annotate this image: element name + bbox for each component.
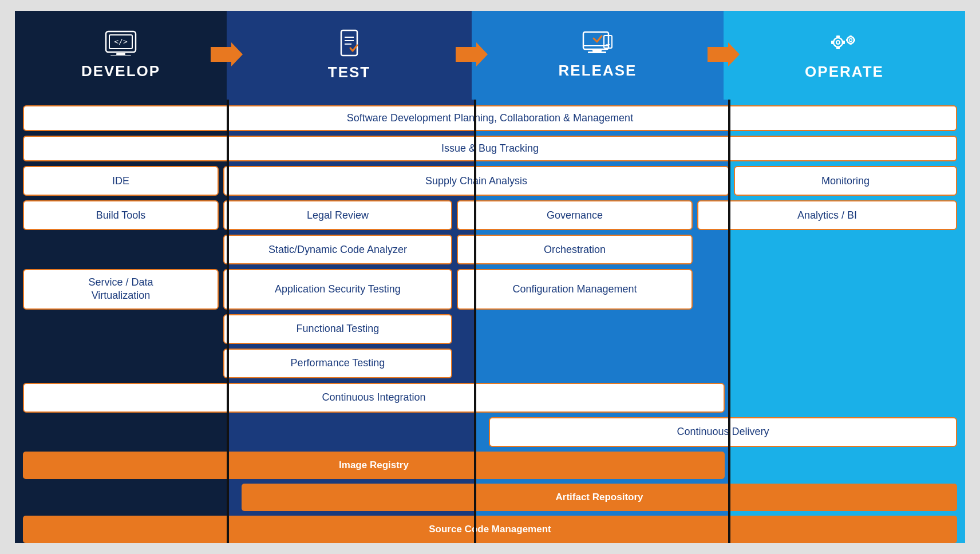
service-data-virt-box: Service / DataVirtualization <box>23 269 219 310</box>
phase-operate-header: OPERATE <box>724 11 965 100</box>
sdp-box: Software Development Planning, Collabora… <box>23 105 957 131</box>
phase-test-header: TEST <box>227 11 472 100</box>
svg-rect-22 <box>836 35 840 38</box>
svg-marker-17 <box>708 42 740 66</box>
svg-rect-3 <box>116 53 125 55</box>
svg-rect-26 <box>849 35 852 37</box>
release-spacer-row8 <box>457 349 693 378</box>
operate-spacer-row8 <box>697 349 957 378</box>
svg-rect-29 <box>853 39 855 41</box>
develop-spacer-cd <box>23 417 484 447</box>
test-title: TEST <box>328 64 370 81</box>
row5: Static/Dynamic Code Analyzer Orchestrati… <box>23 235 957 264</box>
divider-release-operate <box>728 100 730 543</box>
svg-point-18 <box>833 38 843 47</box>
svg-rect-4 <box>110 55 131 56</box>
divider-develop-test <box>227 100 229 543</box>
sdp-row: Software Development Planning, Collabora… <box>23 105 957 131</box>
ibt-row: Issue & Bug Tracking <box>23 136 957 161</box>
svg-rect-14 <box>588 52 606 53</box>
svg-rect-28 <box>846 39 848 41</box>
arrow-release-operate <box>708 42 740 69</box>
sca-box: Supply Chain Analysis <box>223 166 729 196</box>
row-scm: Source Code Management <box>23 516 957 543</box>
operate-title: OPERATE <box>805 63 884 81</box>
legal-review-box: Legal Review <box>223 200 452 230</box>
operate-spacer-row7 <box>697 314 957 344</box>
develop-icon: </> <box>105 30 137 58</box>
svg-rect-23 <box>836 47 840 49</box>
artifact-repo-box: Artifact Repository <box>242 484 957 511</box>
release-spacer-row7 <box>457 314 693 344</box>
svg-point-20 <box>847 37 854 43</box>
row-artifact-repo: Artifact Repository <box>23 484 957 511</box>
phase-release-header: RELEASE <box>472 11 724 100</box>
svg-point-21 <box>849 39 852 42</box>
row-ci: Continuous Integration <box>23 383 957 413</box>
svg-marker-5 <box>211 42 243 66</box>
row-image-registry: Image Registry <box>23 452 957 479</box>
static-dynamic-box: Static/Dynamic Code Analyzer <box>223 235 452 264</box>
develop-title: DEVELOP <box>81 62 160 80</box>
functional-testing-box: Functional Testing <box>223 314 452 344</box>
release-title: RELEASE <box>559 62 637 80</box>
body-section: Software Development Planning, Collabora… <box>15 100 965 543</box>
row7: Functional Testing <box>23 314 957 344</box>
develop-spacer-ar <box>23 484 237 511</box>
operate-spacer-ci <box>729 383 957 413</box>
develop-spacer-row8 <box>23 349 219 378</box>
svg-rect-25 <box>843 41 845 44</box>
svg-text:</>: </> <box>114 37 128 46</box>
svg-point-19 <box>836 41 840 44</box>
svg-marker-10 <box>456 42 488 66</box>
row8: Performance Testing <box>23 349 957 378</box>
image-registry-box: Image Registry <box>23 452 725 479</box>
operate-spacer-row5 <box>697 235 957 264</box>
develop-spacer-row7 <box>23 314 219 344</box>
cd-box: Continuous Delivery <box>489 417 957 447</box>
analytics-bi-box: Analytics / BI <box>697 200 957 230</box>
orchestration-box: Orchestration <box>457 235 693 264</box>
row-cd: Continuous Delivery <box>23 417 957 447</box>
content-layer: Software Development Planning, Collabora… <box>15 100 965 543</box>
monitoring-box: Monitoring <box>734 166 957 196</box>
sca-row: IDE Supply Chain Analysis Monitoring <box>23 166 957 196</box>
arrow-test-release <box>456 42 488 69</box>
diagram-container: </> DEVELOP <box>15 11 965 543</box>
ibt-box: Issue & Bug Tracking <box>23 136 957 161</box>
operate-spacer-ir <box>729 452 957 479</box>
scm-box: Source Code Management <box>23 516 957 543</box>
row6: Service / DataVirtualization Application… <box>23 269 957 310</box>
performance-testing-box: Performance Testing <box>223 349 452 378</box>
svg-rect-13 <box>592 49 602 52</box>
operate-icon <box>827 30 862 58</box>
test-icon <box>335 29 363 59</box>
arrow-develop-test <box>211 42 243 69</box>
release-icon <box>581 31 614 57</box>
svg-rect-27 <box>849 43 852 45</box>
config-mgmt-box: Configuration Management <box>457 269 693 310</box>
build-tools-box: Build Tools <box>23 200 219 230</box>
develop-spacer-row5 <box>23 235 219 264</box>
header-row: </> DEVELOP <box>15 11 965 100</box>
svg-rect-6 <box>341 30 357 56</box>
row4: Build Tools Legal Review Governance Anal… <box>23 200 957 230</box>
svg-rect-24 <box>831 41 833 44</box>
divider-test-release <box>474 100 476 543</box>
ide-box: IDE <box>23 166 219 196</box>
governance-box: Governance <box>457 200 693 230</box>
ci-box: Continuous Integration <box>23 383 725 413</box>
operate-spacer-row6 <box>697 269 957 310</box>
app-security-box: Application Security Testing <box>223 269 452 310</box>
phase-develop-header: </> DEVELOP <box>15 11 227 100</box>
